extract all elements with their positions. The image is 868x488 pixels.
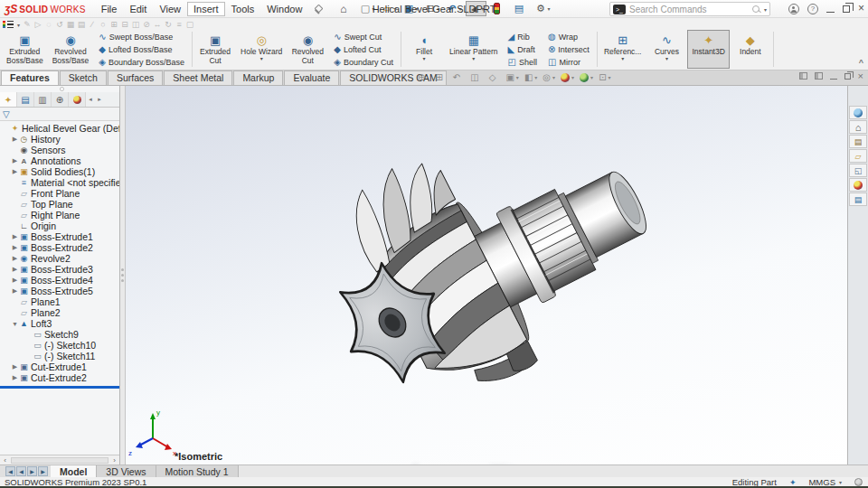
tree-item[interactable]: ▶ Boss-Extrude4 [0, 275, 119, 286]
tree-item[interactable]: Plane2 [0, 307, 119, 318]
panel-tab[interactable] [0, 92, 17, 107]
expand-arrow[interactable]: ▼ [11, 321, 19, 327]
helical-bevel-gear-model[interactable] [278, 86, 684, 439]
ribbon-button[interactable]: Lofted Boss/Base ▾ [93, 43, 190, 55]
ribbon-button[interactable]: Boundary Boss/Base ▾ [93, 56, 190, 68]
dropdown-caret[interactable]: ▾ [609, 74, 611, 80]
menu-item[interactable]: Edit [123, 2, 153, 16]
quick-access-button[interactable]: ▾ [511, 2, 530, 15]
user-account-icon[interactable] [788, 4, 799, 14]
pattern[interactable] [65, 20, 76, 29]
grid-add[interactable] [108, 20, 119, 29]
tree-item[interactable]: ▶ Boss-Extrude3 [0, 264, 119, 275]
view-tool[interactable]: ▾ [542, 72, 555, 82]
tree-item[interactable]: ▶ Solid Bodies(1) [0, 166, 119, 177]
dropdown-caret[interactable]: ▾ [260, 56, 263, 62]
view-tool[interactable]: ▾ [453, 72, 465, 82]
trim[interactable] [141, 20, 152, 29]
pattern-2[interactable] [76, 20, 87, 29]
expand-arrow[interactable]: ▶ [11, 244, 19, 251]
dropdown-caret[interactable]: ▾ [472, 56, 475, 62]
menu-item[interactable]: Window [260, 2, 308, 16]
rotate-copy[interactable] [163, 20, 174, 29]
help-icon[interactable]: ? [807, 4, 818, 14]
offset[interactable] [174, 20, 184, 29]
expand-arrow[interactable]: ▶ [11, 168, 19, 175]
rotate-view[interactable] [54, 20, 65, 29]
grid-subtract[interactable] [119, 20, 130, 29]
view-tool[interactable]: ▾ [599, 72, 610, 82]
search-icon[interactable] [752, 5, 760, 14]
lasso[interactable] [43, 20, 54, 29]
view-tool[interactable]: ▾ [524, 72, 537, 82]
panel-tab-scroll-right[interactable]: ▸ [95, 92, 104, 107]
ribbon-button[interactable]: Instant3D ▾ [687, 30, 729, 69]
ribbon-button[interactable]: Lofted Cut ▾ [328, 43, 399, 55]
dropdown-caret[interactable]: ▾ [548, 5, 551, 12]
panel-tab[interactable] [34, 92, 52, 107]
pencil[interactable] [22, 20, 33, 29]
scroll-right-arrow[interactable]: › [109, 456, 119, 465]
tree-item[interactable]: Origin [0, 221, 119, 231]
ribbon-button[interactable]: Linear Pattern ▾ [445, 30, 502, 69]
tree-item[interactable]: ▶ Boss-Extrude1 [0, 231, 119, 242]
search-dropdown-caret[interactable]: ▾ [764, 6, 767, 13]
mirror[interactable] [130, 20, 141, 29]
command-tab[interactable]: Evaluate [284, 70, 339, 85]
unit-system-selector[interactable]: MMGS ▾ [808, 477, 842, 487]
document-close-button[interactable]: × [858, 72, 863, 80]
show-pane-left-icon[interactable] [799, 72, 807, 80]
ribbon-button[interactable]: Mirror ▾ [542, 56, 595, 68]
tree-item[interactable]: ▼ Loft3 [0, 318, 119, 329]
document-minimize-button[interactable] [830, 72, 837, 80]
first-tab-button[interactable]: ◀ [5, 466, 15, 476]
task-pane-tab[interactable] [849, 120, 867, 134]
tree-item[interactable]: ▶ Cut-Extrude1 [0, 361, 119, 372]
expand-arrow[interactable]: ▶ [11, 136, 19, 143]
tree-item[interactable]: (-) Sketch10 [0, 340, 119, 351]
toolbar-menu-icon[interactable] [3, 20, 14, 29]
tree-item[interactable]: ▶ History [0, 134, 119, 145]
next-tab-button[interactable]: ▶ [27, 466, 37, 476]
view-tool[interactable]: ▾ [505, 72, 518, 82]
view-tool[interactable]: ▾ [470, 72, 483, 82]
ribbon-button[interactable]: Swept Cut ▾ [328, 31, 399, 42]
3d-model-canvas[interactable]: y x z [126, 86, 845, 465]
document-restore-button[interactable] [844, 73, 851, 80]
expand-arrow[interactable]: ▶ [11, 374, 19, 381]
command-tab[interactable]: Features [1, 70, 59, 85]
dropdown-caret[interactable]: ▾ [423, 56, 426, 62]
ribbon-button[interactable]: Wrap ▾ [542, 31, 595, 42]
circle[interactable] [98, 20, 108, 29]
panel-tab[interactable] [17, 92, 34, 107]
view-tool[interactable]: ▾ [418, 72, 429, 82]
tree-item[interactable]: Sensors [0, 145, 119, 155]
scrollbar-track[interactable] [11, 457, 108, 464]
expand-arrow[interactable]: ▶ [11, 287, 19, 295]
select-box[interactable] [184, 20, 195, 29]
expand-arrow[interactable]: ▶ [11, 266, 19, 273]
pin-menu-icon[interactable] [314, 5, 323, 14]
ribbon-button[interactable]: Intersect ▾ [542, 43, 595, 55]
prev-tab-button[interactable]: ◀ [16, 466, 26, 476]
view-tool[interactable]: ▾ [489, 72, 501, 82]
scroll-left-arrow[interactable]: ‹ [0, 456, 10, 465]
ribbon-button[interactable]: Draft ▾ [503, 43, 542, 55]
menu-item[interactable]: File [95, 2, 124, 16]
expand-arrow[interactable]: ▶ [11, 363, 19, 371]
tree-item[interactable]: ▶ Boss-Extrude2 [0, 242, 119, 253]
ribbon-button[interactable]: Indent ▾ [730, 30, 771, 69]
task-pane-tab[interactable] [849, 106, 867, 119]
document-tab[interactable]: Model [51, 465, 97, 477]
dropdown-caret[interactable]: ▾ [621, 56, 624, 62]
task-pane-tab[interactable] [849, 192, 867, 206]
menu-item[interactable]: View [153, 2, 187, 16]
ribbon-button[interactable]: Extruded Boss/Base ▾ [2, 30, 48, 69]
rollback-bar[interactable] [0, 386, 119, 389]
ribbon-button[interactable]: Rib ▾ [503, 31, 542, 42]
move[interactable] [152, 20, 163, 29]
menu-item[interactable]: Tools [225, 2, 261, 16]
tree-item[interactable]: Material <not specified> [0, 177, 119, 188]
tree-item[interactable]: Helical Bevel Gear (Default) <<Defa [0, 123, 119, 134]
command-tab[interactable]: Sheet Metal [164, 70, 232, 85]
